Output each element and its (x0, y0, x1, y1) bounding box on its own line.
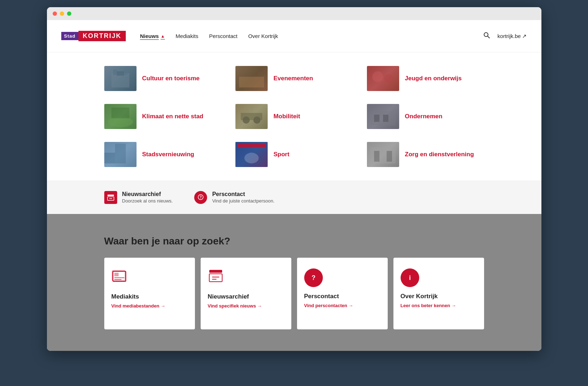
category-img-klimaat (104, 104, 137, 129)
over-kortrijk-icon: i (401, 268, 419, 287)
browser-chrome (47, 7, 541, 20)
category-label-klimaat: Klimaat en nette stad (142, 113, 204, 120)
header-right: kortrijk.be ↗ (483, 32, 527, 40)
svg-rect-25 (104, 153, 115, 163)
card-mediakits[interactable]: Mediakits Vind mediabestanden → (104, 258, 195, 329)
category-img-zorg (367, 142, 399, 167)
svg-rect-6 (104, 66, 137, 91)
svg-line-1 (488, 36, 489, 38)
card-mediakits-link[interactable]: Vind mediabestanden → (111, 303, 188, 309)
card-perscontact-link[interactable]: Vind perscontacten → (304, 303, 381, 308)
card-perscontact-title: Perscontact (304, 293, 381, 300)
nav-nieuws[interactable]: Nieuws ▲ (140, 33, 165, 39)
svg-rect-33 (107, 195, 114, 196)
quick-link-perscontact[interactable]: ? Perscontact Vind de juiste contactpers… (194, 191, 274, 204)
category-img-sport (235, 142, 268, 167)
perscontact-icon: ? (304, 268, 323, 287)
svg-rect-18 (241, 113, 262, 120)
category-img-ondernemen (367, 104, 399, 129)
nieuwsarchief-icon (208, 268, 284, 287)
quick-link-nieuwsarchief-text: Nieuwsarchief Doorzoek al ons nieuws. (122, 191, 173, 204)
chat-icon: ? (194, 191, 207, 204)
category-label-jeugd: Jeugd en onderwijs (405, 75, 462, 82)
category-ondernemen[interactable]: Ondernemen (367, 101, 484, 132)
category-grid: Cultuur en toerisme Evenementen (104, 63, 484, 170)
category-label-stadsvernieuwing: Stadsvernieuwing (142, 151, 194, 158)
category-mobiliteit[interactable]: Mobiliteit (235, 101, 353, 132)
nieuws-dropdown: Cultuur en toerisme Evenementen (47, 52, 541, 181)
category-label-zorg: Zorg en dienstverlening (405, 151, 474, 158)
category-stadsvernieuwing[interactable]: Stadsvernieuwing (104, 139, 221, 170)
category-label-mobiliteit: Mobiliteit (273, 113, 300, 120)
quick-link-perscontact-text: Perscontact Vind de juiste contactpersoo… (212, 191, 274, 204)
card-nieuwsarchief[interactable]: Nieuwsarchief Vind specifiek nieuws → (201, 258, 291, 329)
svg-point-11 (384, 74, 393, 83)
category-img-jeugd (367, 66, 399, 91)
search-section-title: Waar ben je naar op zoek? (104, 235, 484, 247)
card-over-kortrijk-title: Over Kortrijk (401, 293, 477, 300)
search-button[interactable] (483, 32, 490, 40)
card-nieuwsarchief-link[interactable]: Vind specifiek nieuws → (208, 303, 284, 309)
quick-link-nieuwsarchief[interactable]: Nieuwsarchief Doorzoek al ons nieuws. (104, 191, 173, 204)
cards-grid: Mediakits Vind mediabestanden → Nieuwsar… (104, 258, 484, 329)
logo-stad: Stad (61, 32, 78, 40)
card-nieuwsarchief-title: Nieuwsarchief (208, 293, 284, 300)
svg-rect-27 (237, 144, 266, 147)
site-header: Stad KORTRIJK Nieuws ▲ Mediakits Perscon… (47, 20, 541, 52)
category-img-cultuur (104, 66, 137, 91)
browser-dot-minimize[interactable] (60, 11, 64, 16)
nav-mediakits[interactable]: Mediakits (176, 33, 198, 39)
browser-dot-close[interactable] (53, 11, 57, 16)
quick-links-bar: Nieuwsarchief Doorzoek al ons nieuws. ? … (47, 181, 541, 214)
nav-over-kortrijk[interactable]: Over Kortrijk (248, 33, 278, 39)
category-img-stadsvernieuwing (104, 142, 137, 167)
svg-point-28 (244, 153, 259, 163)
svg-rect-31 (374, 151, 379, 162)
search-section: Waar ben je naar op zoek? Mediakits Vind… (47, 214, 541, 351)
svg-rect-43 (209, 270, 222, 273)
category-zorg[interactable]: Zorg en dienstverlening (367, 139, 484, 170)
category-img-mobiliteit (235, 104, 268, 129)
main-nav: Nieuws ▲ Mediakits Perscontact Over Kort… (140, 33, 278, 39)
svg-rect-39 (114, 273, 119, 276)
svg-rect-21 (374, 115, 379, 122)
archive-icon (104, 191, 117, 204)
category-klimaat[interactable]: Klimaat en nette stad (104, 101, 221, 132)
category-cultuur[interactable]: Cultuur en toerisme (104, 63, 221, 94)
card-over-kortrijk[interactable]: i Over Kortrijk Leer ons beter kennen → (393, 258, 484, 329)
svg-rect-22 (383, 115, 388, 122)
mediakits-icon (111, 268, 188, 287)
card-over-kortrijk-link[interactable]: Leer ons beter kennen → (401, 303, 477, 308)
category-label-cultuur: Cultuur en toerisme (142, 75, 200, 82)
svg-rect-44 (209, 274, 222, 282)
svg-rect-8 (239, 77, 264, 87)
svg-text:i: i (409, 274, 411, 281)
card-perscontact[interactable]: ? Perscontact Vind perscontacten → (297, 258, 388, 329)
svg-rect-9 (367, 66, 399, 91)
card-mediakits-title: Mediakits (111, 293, 188, 300)
logo[interactable]: Stad KORTRIJK (61, 31, 126, 41)
category-label-evenementen: Evenementen (273, 75, 313, 82)
svg-rect-32 (387, 151, 392, 162)
svg-rect-14 (111, 108, 129, 118)
svg-point-10 (372, 71, 383, 82)
external-link[interactable]: kortrijk.be ↗ (497, 33, 527, 39)
category-evenementen[interactable]: Evenementen (235, 63, 353, 94)
category-sport[interactable]: Sport (235, 139, 353, 170)
nav-perscontact[interactable]: Perscontact (209, 33, 237, 39)
category-jeugd[interactable]: Jeugd en onderwijs (367, 63, 484, 94)
svg-rect-24 (115, 144, 126, 163)
category-label-sport: Sport (273, 151, 289, 158)
browser-dot-fullscreen[interactable] (67, 11, 71, 16)
logo-kortrijk: KORTRIJK (78, 31, 126, 41)
category-img-evenementen (235, 66, 268, 91)
category-label-ondernemen: Ondernemen (405, 113, 443, 120)
svg-text:?: ? (200, 195, 202, 199)
nav-arrow-nieuws: ▲ (161, 34, 165, 39)
svg-text:?: ? (311, 274, 315, 281)
